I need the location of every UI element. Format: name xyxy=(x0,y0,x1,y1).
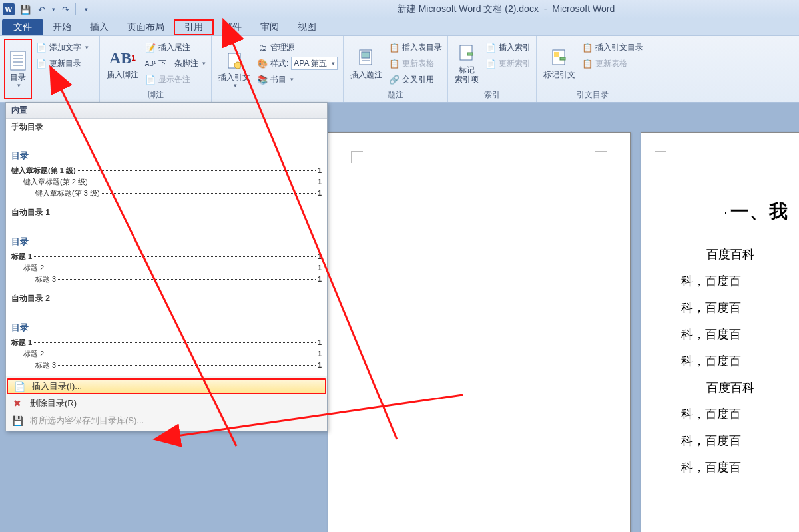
ribbon-group-authorities-label: 引文目录 xyxy=(541,88,645,101)
remove-toc-menu-item[interactable]: ✖ 删除目录(R) xyxy=(6,395,327,412)
next-footnote-button[interactable]: AB¹ 下一条脚注 ▾ xyxy=(144,56,207,71)
toc-template-manual[interactable]: 手动目录 目录 键入章标题(第 1 级)1 键入章标题(第 2 级)1 键入章标… xyxy=(6,119,327,204)
insert-caption-button[interactable]: 插入题注 xyxy=(348,39,385,88)
toc-line: 键入章标题(第 1 级)1 xyxy=(11,166,322,176)
save-to-gallery-menu-item: 💾 将所选内容保存到目录库(S)... xyxy=(6,412,327,429)
page-2[interactable]: ·一、我 百度百科 科，百度百 科，百度百 科，百度百 科，百度百 百度百科 科… xyxy=(641,132,799,532)
qat-customize-icon[interactable]: ▾ xyxy=(79,2,93,17)
save-gallery-icon: 💾 xyxy=(11,415,23,426)
toc-line: 标题 11 xyxy=(11,338,322,348)
title-bar: W 💾 ↶ ▾ ↷ ▾ 新建 Microsoft Word 文档 (2).doc… xyxy=(0,0,799,19)
footnote-icon: AB1 xyxy=(112,47,133,69)
mark-index-icon xyxy=(456,43,477,64)
svg-rect-13 xyxy=(554,52,559,57)
tab-review[interactable]: 审阅 xyxy=(251,19,288,35)
insert-table-figures-button[interactable]: 📋 插入表目录 xyxy=(388,40,443,55)
document-body: 百度百科 科，百度百 科，百度百 科，百度百 科，百度百 百度百科 科，百度百 … xyxy=(681,241,799,481)
mark-citation-label: 标记引文 xyxy=(543,70,575,79)
svg-rect-11 xyxy=(467,53,473,55)
cross-reference-label: 交叉引用 xyxy=(402,74,434,85)
ribbon-group-footnote: AB1 插入脚注 📝 插入尾注 AB¹ 下一条脚注 ▾ 📄 显示备注 脚 xyxy=(100,36,212,102)
undo-dropdown-icon[interactable]: ▾ xyxy=(50,2,57,17)
insert-citation-label: 插入引文 xyxy=(218,73,250,82)
add-text-button[interactable]: 📄 添加文字 ▾ xyxy=(35,40,90,55)
template-title: 自动目录 1 xyxy=(11,207,322,218)
toc-line: 标题 31 xyxy=(11,360,322,370)
citation-icon xyxy=(224,50,245,71)
page-1[interactable] xyxy=(328,132,631,532)
next-footnote-label: 下一条脚注 xyxy=(158,58,198,69)
svg-rect-0 xyxy=(11,51,25,70)
ribbon-group-index: 标记 索引项 📄 插入索引 📄 更新索引 索引 xyxy=(448,36,537,102)
toc-template-auto2[interactable]: 自动目录 2 目录 标题 11 标题 21 标题 31 xyxy=(6,290,327,376)
toc-line: 标题 21 xyxy=(11,349,322,359)
style-icon: 🎨 xyxy=(257,58,268,69)
toc-heading: 目录 xyxy=(11,236,322,248)
mark-citation-button[interactable]: 标记引文 xyxy=(541,39,578,88)
tab-layout[interactable]: 页面布局 xyxy=(118,19,174,35)
toc-button[interactable]: 目录 ▾ xyxy=(4,39,32,99)
cross-ref-icon: 🔗 xyxy=(389,74,400,85)
insert-toc-label: 插入目录(I)... xyxy=(32,380,82,392)
svg-point-6 xyxy=(234,62,241,69)
chevron-down-icon: ▾ xyxy=(234,82,237,89)
toc-line: 标题 21 xyxy=(11,263,322,273)
toc-heading: 目录 xyxy=(11,322,322,334)
svg-rect-14 xyxy=(560,57,565,60)
manage-sources-button[interactable]: 🗂 管理源 xyxy=(256,40,339,55)
chevron-down-icon: ▾ xyxy=(85,44,89,51)
insert-endnote-button[interactable]: 📝 插入尾注 xyxy=(144,40,207,55)
update-authorities-label: 更新表格 xyxy=(595,58,627,69)
add-text-label: 添加文字 xyxy=(49,42,81,53)
style-label: 样式: xyxy=(270,58,288,69)
cross-reference-button[interactable]: 🔗 交叉引用 xyxy=(388,72,443,87)
insert-authorities-icon: 📋 xyxy=(582,42,593,53)
update-table-button: 📋 更新表格 xyxy=(388,56,443,71)
toc-line: 键入章标题(第 2 级)1 xyxy=(11,177,322,187)
document-heading: ·一、我 xyxy=(724,199,799,224)
tab-file[interactable]: 文件 xyxy=(2,19,43,35)
toc-line: 标题 11 xyxy=(11,252,322,262)
show-notes-icon: 📄 xyxy=(145,74,156,85)
update-authorities-button: 📋 更新表格 xyxy=(581,56,645,71)
update-index-label: 更新索引 xyxy=(499,58,531,69)
mark-index-label1: 标记 xyxy=(459,65,475,75)
insert-index-button[interactable]: 📄 插入索引 xyxy=(484,40,532,55)
toc-template-auto1[interactable]: 自动目录 1 目录 标题 11 标题 21 标题 31 xyxy=(6,204,327,290)
tab-view[interactable]: 视图 xyxy=(288,19,326,35)
insert-footnote-button[interactable]: AB1 插入脚注 xyxy=(104,39,141,88)
style-value: APA 第五 xyxy=(294,58,327,69)
mark-index-label2: 索引项 xyxy=(455,75,479,84)
ribbon-group-label xyxy=(4,99,95,101)
insert-index-icon: 📄 xyxy=(485,42,496,53)
caption-icon xyxy=(356,47,377,69)
style-select[interactable]: APA 第五 ▾ xyxy=(291,57,338,70)
bibliography-icon: 📚 xyxy=(257,74,268,85)
tab-insert[interactable]: 插入 xyxy=(81,19,118,35)
mark-index-button[interactable]: 标记 索引项 xyxy=(452,39,481,88)
remove-toc-label: 删除目录(R) xyxy=(30,398,77,409)
bibliography-button[interactable]: 📚 书目 ▾ xyxy=(256,72,339,87)
tab-mail[interactable]: 邮件 xyxy=(214,19,251,35)
toc-dropdown: 内置 手动目录 目录 键入章标题(第 1 级)1 键入章标题(第 2 级)1 键… xyxy=(5,102,328,431)
tab-home[interactable]: 开始 xyxy=(43,19,81,35)
undo-icon[interactable]: ↶ xyxy=(34,2,49,17)
mark-citation-icon xyxy=(549,47,570,69)
chevron-down-icon: ▾ xyxy=(332,60,335,67)
redo-icon[interactable]: ↷ xyxy=(58,2,73,17)
update-table-icon: 📋 xyxy=(389,58,400,69)
table-figures-icon: 📋 xyxy=(389,42,400,53)
update-authorities-icon: 📋 xyxy=(582,58,593,69)
save-icon[interactable]: 💾 xyxy=(18,2,33,17)
update-index-icon: 📄 xyxy=(485,58,496,69)
insert-toc-menu-item[interactable]: 📄 插入目录(I)... xyxy=(7,378,326,394)
dropdown-header-builtin: 内置 xyxy=(6,103,327,119)
insert-authorities-button[interactable]: 📋 插入引文目录 xyxy=(581,40,645,55)
document-icon: 📄 xyxy=(13,381,25,392)
tab-references[interactable]: 引用 xyxy=(174,19,214,35)
insert-citation-button[interactable]: 插入引文 ▾ xyxy=(216,39,253,99)
insert-index-label: 插入索引 xyxy=(499,42,531,53)
update-toc-button[interactable]: 📄 更新目录 xyxy=(35,56,90,71)
window-title: 新建 Microsoft Word 文档 (2).docx - Microsof… xyxy=(396,3,616,15)
toc-heading: 目录 xyxy=(11,150,322,162)
